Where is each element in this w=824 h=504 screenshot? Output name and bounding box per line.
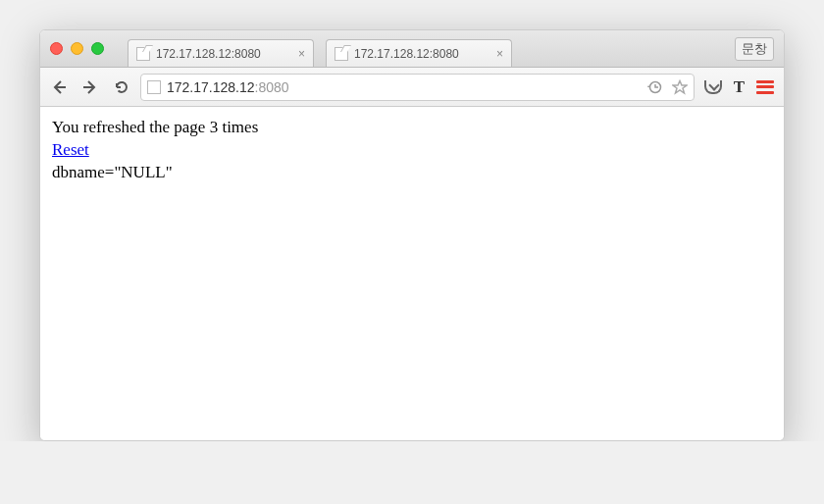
window-menu-button[interactable]: 문창 — [735, 37, 774, 61]
navigation-toolbar: 172.17.128.12:8080 T — [40, 68, 784, 107]
reset-link[interactable]: Reset — [52, 140, 89, 159]
close-tab-icon[interactable]: × — [496, 47, 503, 61]
back-button[interactable] — [50, 78, 68, 96]
arrow-right-icon — [82, 79, 98, 95]
browser-window: 172.17.128.12:8080 × 172.17.128.12:8080 … — [39, 29, 785, 441]
close-tab-icon[interactable]: × — [298, 47, 305, 61]
tab-title: 172.17.128.12:8080 — [354, 47, 490, 61]
address-bar[interactable]: 172.17.128.12:8080 — [140, 74, 695, 101]
page-content: You refreshed the page 3 times Reset dbn… — [40, 107, 784, 440]
dbname-text: dbname="NULL" — [52, 162, 772, 184]
history-icon[interactable] — [646, 79, 662, 95]
nav-buttons — [50, 78, 130, 96]
reload-button[interactable] — [113, 78, 130, 96]
reader-mode-icon[interactable]: T — [734, 77, 745, 97]
url-text: 172.17.128.12:8080 — [167, 79, 641, 95]
file-icon — [136, 47, 150, 61]
address-bar-icons — [646, 79, 688, 95]
url-host: 172.17.128.12 — [167, 79, 255, 95]
url-port: :8080 — [255, 79, 289, 95]
refresh-count-text: You refreshed the page 3 times — [52, 117, 772, 139]
maximize-window-button[interactable] — [91, 42, 104, 55]
browser-tab[interactable]: 172.17.128.12:8080 × — [128, 39, 314, 67]
tab-strip: 172.17.128.12:8080 × 172.17.128.12:8080 … — [128, 30, 727, 67]
hamburger-menu-icon[interactable] — [756, 80, 774, 94]
close-window-button[interactable] — [50, 42, 63, 55]
file-icon — [335, 47, 348, 61]
forward-button[interactable] — [81, 78, 99, 96]
tab-title: 172.17.128.12:8080 — [156, 47, 292, 61]
arrow-left-icon — [51, 79, 67, 95]
minimize-window-button[interactable] — [71, 42, 83, 55]
window-titlebar: 172.17.128.12:8080 × 172.17.128.12:8080 … — [40, 30, 784, 68]
browser-tab[interactable]: 172.17.128.12:8080 × — [326, 39, 512, 67]
page-icon — [147, 80, 161, 94]
pocket-icon[interactable] — [704, 80, 722, 94]
toolbar-right-icons: T — [704, 77, 774, 97]
window-controls — [50, 42, 104, 55]
bookmark-star-icon[interactable] — [672, 79, 688, 95]
reload-icon — [114, 79, 129, 95]
